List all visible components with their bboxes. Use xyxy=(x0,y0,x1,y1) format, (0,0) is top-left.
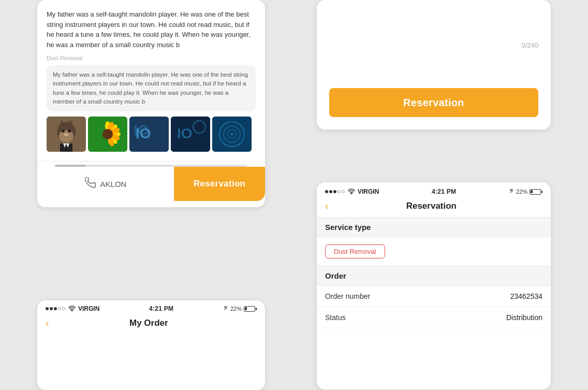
svg-text:IO: IO xyxy=(177,125,193,141)
time-display: 4:21 PM xyxy=(149,305,173,312)
service-type-section: Dust Removal xyxy=(317,237,551,266)
scrollbar-thumb xyxy=(55,165,86,167)
svg-rect-8 xyxy=(60,143,72,152)
wolf-svg xyxy=(47,117,86,152)
res-battery-body xyxy=(530,189,541,195)
res-signal-dot-5 xyxy=(342,190,345,193)
service-tag: Dust Removal xyxy=(325,244,385,258)
signal-dot-1 xyxy=(46,307,49,310)
myorder-header: ‹ My Order xyxy=(37,315,265,334)
svg-point-32 xyxy=(231,133,233,135)
status-bar: VIRGIN 4:21 PM 22% xyxy=(37,300,265,315)
signal-dot-5 xyxy=(62,307,65,310)
image-wolf xyxy=(47,117,86,152)
res-signal-dot-3 xyxy=(333,190,336,193)
res-signal-dot-4 xyxy=(337,190,341,193)
myorder-title: My Order xyxy=(53,318,244,328)
chat-service-card: My father was a self-taught mandolin pla… xyxy=(37,0,265,207)
svg-point-6 xyxy=(68,129,71,133)
chat-footer: AKLON Reservation xyxy=(37,167,265,201)
blue2-svg: IO xyxy=(171,117,210,152)
bubble-text: My father was a self-taught mandolin pla… xyxy=(53,71,248,105)
chat-body: My father was a self-taught mandolin pla… xyxy=(37,0,265,161)
chat-reservation-button[interactable]: Reservation xyxy=(174,167,265,201)
image-blue3 xyxy=(212,117,252,152)
chat-bubble: My father was a self-taught mandolin pla… xyxy=(47,65,256,111)
signal-dots xyxy=(46,307,65,310)
bluetooth-icon xyxy=(223,305,228,313)
image-blue1: IO IO xyxy=(129,117,169,152)
res-signal-dot-2 xyxy=(329,190,332,193)
order-row-1-label: Status xyxy=(325,313,346,322)
res-back-button[interactable]: ‹ xyxy=(325,200,329,212)
res-status-left: VIRGIN xyxy=(325,188,379,196)
res-signal-dots xyxy=(325,190,345,193)
scrollbar[interactable] xyxy=(55,165,247,167)
svg-text:IO: IO xyxy=(134,122,149,138)
wifi-icon xyxy=(68,305,76,313)
status-left: VIRGIN xyxy=(46,305,99,313)
reservation-title: Reservation xyxy=(333,201,530,211)
call-label: AKLON xyxy=(100,180,127,189)
svg-point-34 xyxy=(351,193,352,194)
reservation-status-bar: VIRGIN 4:21 PM 22% xyxy=(317,182,551,198)
battery-body xyxy=(244,306,255,312)
my-order-card: VIRGIN 4:21 PM 22% ‹ My Order xyxy=(37,300,265,390)
reservation-detail-card: VIRGIN 4:21 PM 22% ‹ Reservation Service… xyxy=(317,182,551,389)
order-row-0: Order number 23462534 xyxy=(317,286,551,307)
reservation-top-card: 0/240 Reservation xyxy=(317,0,551,129)
signal-dot-2 xyxy=(50,307,53,310)
res-wifi-icon xyxy=(348,188,355,196)
chat-image-row: IO IO IO xyxy=(47,117,256,152)
order-row-1-value: Distribution xyxy=(506,313,542,322)
res-time-display: 4:21 PM xyxy=(432,188,456,195)
order-row-0-value: 23462534 xyxy=(510,292,542,300)
char-count: 0/240 xyxy=(329,10,538,49)
order-row-0-label: Order number xyxy=(325,292,370,300)
blue3-svg xyxy=(212,117,252,152)
res-status-right: 22% xyxy=(509,187,542,196)
svg-point-5 xyxy=(62,129,65,133)
call-section: AKLON xyxy=(37,167,174,201)
battery-percentage: 22% xyxy=(230,306,242,312)
res-signal-dot-1 xyxy=(325,190,328,193)
image-blue2: IO xyxy=(171,117,210,152)
phone-icon xyxy=(85,177,96,191)
svg-point-21 xyxy=(102,129,113,139)
order-header: Order xyxy=(317,266,551,286)
battery-tip xyxy=(256,308,257,310)
res-bluetooth-icon xyxy=(509,187,514,196)
sunflower-svg xyxy=(88,117,127,152)
chat-main-text: My father was a self-taught mandolin pla… xyxy=(47,9,256,50)
signal-dot-4 xyxy=(58,307,61,310)
res-battery-tip xyxy=(541,191,542,193)
carrier-name: VIRGIN xyxy=(78,305,99,312)
battery-fill xyxy=(245,307,247,310)
blue1-svg: IO IO xyxy=(129,117,169,152)
battery-icon xyxy=(244,306,257,312)
signal-dot-3 xyxy=(54,307,57,310)
reservation-button[interactable]: Reservation xyxy=(329,88,538,117)
reservation-top-inner: 0/240 Reservation xyxy=(317,0,551,129)
service-label: Dust Removal xyxy=(47,55,256,61)
back-button[interactable]: ‹ xyxy=(46,317,49,329)
res-battery-percentage: 22% xyxy=(516,189,527,195)
res-carrier-name: VIRGIN xyxy=(358,188,379,195)
status-right: 22% xyxy=(223,305,257,313)
res-battery-fill xyxy=(531,190,533,193)
card-divider xyxy=(37,161,265,162)
svg-point-7 xyxy=(64,133,69,136)
order-row-1: Status Distribution xyxy=(317,307,551,328)
svg-point-33 xyxy=(71,310,72,311)
service-type-header: Service type xyxy=(317,217,551,237)
res-battery-icon xyxy=(530,189,542,195)
reservation-header: ‹ Reservation xyxy=(317,198,551,217)
image-sunflower xyxy=(88,117,127,152)
